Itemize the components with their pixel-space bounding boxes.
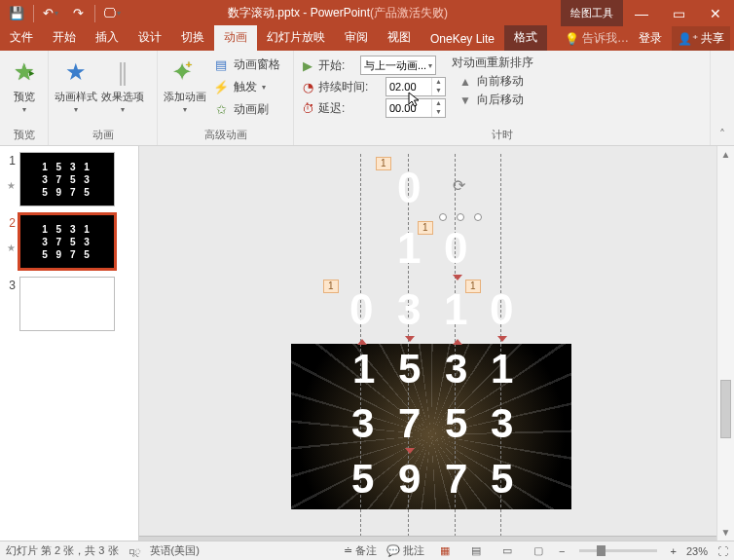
sorter-view[interactable]: ▤ [465, 543, 487, 559]
comments-button[interactable]: 💬 批注 [386, 543, 424, 558]
delay-icon: ⏱ [300, 100, 315, 116]
slide-thumbnail-2[interactable]: 1 5 3 13 7 5 35 9 7 5 [19, 214, 115, 269]
window-title: 数字滚动.pptx - PowerPoint(产品激活失败) [125, 5, 551, 21]
tab-onekey[interactable]: OneKey Lite [421, 28, 504, 51]
slide-background [291, 344, 571, 509]
digit: 3 [397, 285, 421, 334]
move-later[interactable]: ▼向后移动 [452, 92, 533, 108]
qat-undo[interactable]: ↶▾ [38, 3, 63, 24]
qat-redo[interactable]: ↷ [65, 3, 91, 24]
spin-up[interactable]: ▲ [431, 78, 445, 87]
share-button[interactable]: 👤⁺共享 [672, 26, 730, 51]
slide-counter: 幻灯片 第 2 张，共 3 张 [6, 543, 119, 558]
anim-star-icon: ★ [7, 243, 16, 253]
selection-handle[interactable] [474, 213, 482, 221]
duration-spin[interactable]: ▲▼ [385, 77, 446, 96]
anim-star-icon: ★ [7, 181, 16, 191]
spin-down[interactable]: ▼ [431, 108, 445, 117]
window-minimize[interactable]: — [623, 0, 660, 26]
tab-view[interactable]: 视图 [378, 25, 421, 51]
window-close[interactable]: ✕ [697, 0, 734, 26]
bulb-icon: 💡 [565, 32, 579, 46]
digit: 7 [445, 456, 467, 503]
anim-tag[interactable]: 1 [323, 280, 339, 293]
fit-window[interactable]: ⛶ [717, 545, 728, 557]
slide-thumbnail-1[interactable]: 1 5 3 13 7 5 35 9 7 5 [19, 152, 115, 206]
collapse-ribbon[interactable]: ˄ [711, 51, 734, 145]
pane-icon: ▤ [213, 56, 229, 72]
group-animation-label: 动画 [55, 126, 151, 145]
digit: 0 [397, 164, 421, 212]
vertical-scrollbar[interactable]: ▲ ▼ [716, 146, 734, 541]
preview-button[interactable]: ★▸ 预览 ▾ [6, 55, 42, 121]
tab-review[interactable]: 审阅 [335, 25, 378, 51]
digit: 5 [351, 456, 374, 503]
animation-pane[interactable]: ▤动画窗格 [210, 55, 283, 74]
tab-home[interactable]: 开始 [43, 25, 86, 51]
digit: 3 [351, 400, 374, 447]
zoom-in[interactable]: + [671, 545, 677, 557]
start-combo[interactable]: 与上一动画...▾ [360, 56, 436, 75]
slide-panel[interactable]: 1★ 1 5 3 13 7 5 35 9 7 5 2★ 1 5 3 13 7 5… [0, 146, 139, 541]
painter-icon: ✩ [213, 101, 229, 117]
qat-start-from-beginning[interactable]: 🖵▾ [99, 3, 125, 24]
slide-thumbnail-3[interactable] [19, 277, 115, 331]
login-link[interactable]: 登录 [633, 30, 668, 47]
reorder-label: 对动画重新排序 [452, 55, 533, 71]
selection-handle[interactable] [439, 213, 447, 221]
slide-canvas[interactable]: 1 1 1 1 ⟳ 0 1 0 0 3 1 0 1 5 3 1 3 7 5 3 … [139, 146, 734, 541]
add-animation[interactable]: ✦+ 添加动画 ▾ [164, 55, 206, 121]
trigger[interactable]: ⚡触发 ▾ [210, 77, 283, 96]
spin-up[interactable]: ▲ [431, 99, 445, 108]
spellcheck-icon[interactable]: □ೢ [128, 545, 140, 557]
selection-handle[interactable] [457, 213, 464, 221]
move-earlier[interactable]: ▲向前移动 [452, 73, 533, 90]
lines-icon: ‖ [107, 56, 138, 88]
scroll-up[interactable]: ▲ [717, 146, 734, 163]
rotate-handle[interactable]: ⟳ [453, 176, 470, 194]
normal-view[interactable]: ▦ [434, 543, 456, 559]
language-status[interactable]: 英语(美国) [150, 543, 200, 558]
notes-button[interactable]: ≐ 备注 [344, 543, 377, 558]
tab-slideshow[interactable]: 幻灯片放映 [257, 25, 335, 51]
group-timing-label: 计时 [300, 126, 704, 145]
play-star-icon: ★▸ [9, 56, 40, 88]
duration-input[interactable] [386, 81, 425, 93]
tab-format[interactable]: 格式 [504, 25, 547, 51]
digit: 1 [397, 224, 421, 273]
preview-label: 预览 [14, 91, 35, 102]
tab-design[interactable]: 设计 [128, 25, 171, 51]
bolt-icon: ⚡ [213, 79, 229, 94]
tell-me[interactable]: 💡告诉我… [565, 30, 629, 47]
play-icon: ▶ [300, 57, 315, 73]
delay-input[interactable] [386, 102, 425, 114]
tab-file[interactable]: 文件 [0, 25, 43, 51]
effect-options[interactable]: ‖ 效果选项 ▾ [101, 55, 144, 121]
anim-styles-label: 动画样式 [55, 91, 97, 102]
reading-view[interactable]: ▭ [496, 543, 518, 559]
digit: 5 [445, 400, 467, 447]
spin-down[interactable]: ▼ [431, 87, 445, 95]
slideshow-view[interactable]: ▢ [528, 543, 549, 559]
delay-spin[interactable]: ▲▼ [385, 98, 446, 118]
qat-save[interactable]: 💾 [4, 3, 29, 24]
anim-tag[interactable]: 1 [376, 157, 391, 170]
share-icon: 👤⁺ [678, 32, 698, 46]
down-arrow-icon: ▼ [459, 93, 471, 107]
animation-painter[interactable]: ✩动画刷 [210, 99, 283, 119]
window-restore[interactable]: ▭ [660, 0, 697, 26]
digit: 5 [491, 456, 513, 503]
zoom-out[interactable]: − [559, 545, 565, 557]
zoom-percent[interactable]: 23% [686, 545, 708, 557]
scroll-thumb[interactable] [720, 380, 731, 438]
digit: 1 [444, 285, 467, 334]
zoom-handle[interactable] [597, 545, 606, 556]
tab-insert[interactable]: 插入 [86, 25, 128, 51]
animation-styles[interactable]: ★ 动画样式 ▾ [55, 55, 97, 121]
digit: 1 [352, 346, 375, 392]
digit: 0 [349, 285, 373, 334]
scroll-down[interactable]: ▼ [717, 524, 734, 541]
zoom-slider[interactable] [579, 549, 657, 552]
tab-transitions[interactable]: 切换 [171, 25, 214, 51]
tab-animations[interactable]: 动画 [214, 25, 257, 51]
